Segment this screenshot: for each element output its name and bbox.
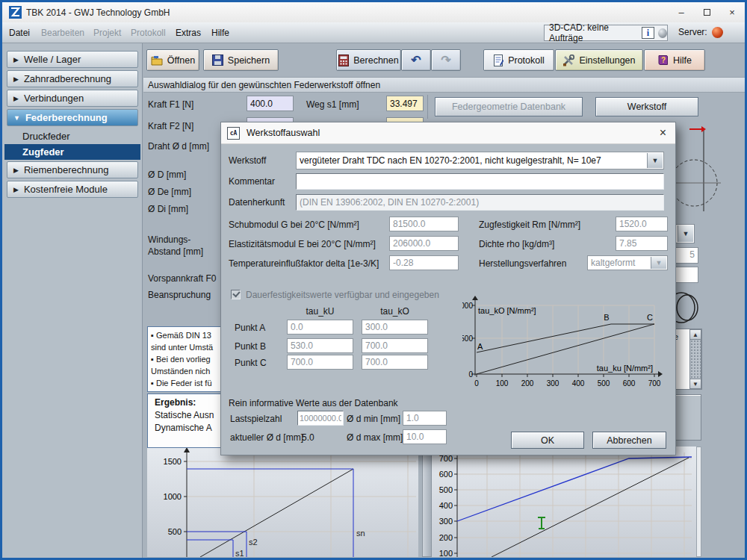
server-status-led-icon [712, 27, 723, 38]
dauerfestigkeit-checkbox [231, 290, 241, 299]
kommentar-input[interactable] [296, 173, 664, 190]
help-book-icon: ? [657, 55, 669, 66]
col-header-tau-ko: tau_kO [362, 306, 428, 317]
werkstoff-dropdown[interactable]: vergüteter Draht TDC nach EN 10270-2:200… [296, 152, 664, 169]
app-window: TBK 2014 - GWJ Technology GmbH – × Datei… [0, 0, 747, 560]
aktueller-d-value: 5.0 [302, 432, 314, 443]
sidebar-item-zugfeder[interactable]: Zugfeder [4, 144, 140, 160]
punkt-a-tau-ko-field[interactable] [362, 320, 428, 335]
svg-text:600: 600 [623, 379, 636, 388]
svg-text:0: 0 [468, 370, 473, 379]
label-dichte: Dichte rho [kg/dm³] [479, 239, 554, 249]
temperaturfaktor-field[interactable] [389, 255, 459, 270]
info-button[interactable]: i [642, 27, 654, 39]
sidebar-item-verbindungen[interactable]: ▶ Verbindungen [7, 90, 138, 107]
calculate-button[interactable]: Berechnen [336, 49, 401, 71]
punkt-c-tau-ku-field[interactable] [287, 355, 353, 370]
cad-status-led-icon [658, 28, 667, 38]
toolbar-divider [427, 95, 428, 119]
save-button[interactable]: Speichern [203, 49, 279, 71]
schubmodul-field[interactable] [389, 217, 459, 231]
label-kraft-f2: Kraft F2 [N] [148, 121, 193, 131]
svg-text:300: 300 [547, 379, 560, 388]
kraft-f1-input[interactable] [247, 96, 294, 111]
app-icon [9, 6, 22, 19]
dialog-title: Werkstoffauswahl [247, 128, 320, 138]
dichte-field[interactable] [616, 236, 668, 251]
chart-splitter[interactable] [422, 447, 432, 557]
open-button[interactable]: Öffnen [146, 49, 199, 71]
label-beanspruchung: Beanspruchung [148, 290, 211, 300]
sidebar-item-zahnradberechnung[interactable]: ▶ Zahnradberechnung [7, 70, 138, 87]
close-button[interactable]: × [719, 7, 745, 18]
scrollbar-thumb[interactable] [689, 340, 701, 379]
datenherkunft-output [296, 194, 664, 211]
menu-extras[interactable]: Extras [176, 28, 201, 38]
label-datenherkunft: Datenherkunft [229, 197, 285, 208]
dialog-close-icon[interactable]: × [660, 126, 666, 140]
d-min-field[interactable] [403, 411, 447, 426]
window-border-left [0, 0, 2, 560]
d-max-field[interactable] [403, 429, 447, 444]
sidebar-item-federberechnung[interactable]: ▼ Federberechnung [7, 109, 138, 126]
info-values-title: Rein informative Werte aus der Datenbank [229, 398, 398, 408]
cad-status-box: 3D-CAD: keine Aufträge i [544, 25, 668, 41]
label-kommentar: Kommentar [229, 176, 275, 187]
scroll-down-icon[interactable]: ▼ [689, 379, 701, 389]
protocol-button[interactable]: Protokoll [483, 49, 554, 71]
svg-text:600: 600 [439, 470, 453, 479]
collapsed-arrow-icon: ▶ [13, 167, 19, 174]
ok-button[interactable]: OK [511, 432, 584, 449]
punkt-b-tau-ku-field[interactable] [287, 338, 353, 353]
label-temperaturfaktor: Temperatureinflußfaktor delta [1e-3/K] [229, 258, 379, 269]
cancel-button[interactable]: Abbrechen [592, 432, 666, 449]
label-windungs: Windungs- [148, 234, 190, 245]
listbox-scrollbar[interactable]: ▲ ▼ [689, 329, 701, 389]
chevron-down-icon[interactable]: ▼ [647, 153, 663, 168]
svg-text:?: ? [661, 56, 666, 64]
minimize-button[interactable]: – [669, 7, 694, 18]
svg-text:tau_ku [N/mm²]: tau_ku [N/mm²] [597, 364, 653, 373]
sidebar-item-druckfeder[interactable]: Druckfeder [4, 128, 140, 144]
sidebar-item-welle-lager[interactable]: ▶ Welle / Lager [7, 51, 138, 68]
title-bar: TBK 2014 - GWJ Technology GmbH – × [2, 2, 745, 22]
label-weg-s1: Weg s1 [mm] [306, 99, 359, 110]
maximize-button[interactable] [694, 7, 719, 18]
menu-datei[interactable]: Datei [9, 28, 30, 38]
scroll-up-icon[interactable]: ▲ [689, 329, 701, 340]
punkt-b-tau-ko-field[interactable] [362, 338, 428, 353]
undo-icon: ↶ [411, 55, 421, 66]
label-lastspielzahl: Lastspielzahl [230, 414, 282, 424]
help-button[interactable]: ? Hilfe [644, 49, 705, 71]
settings-button[interactable]: Einstellungen [555, 49, 643, 71]
federgeometrie-datenbank-button: Federgeometrie Datenbank [435, 97, 583, 116]
svg-text:1000: 1000 [164, 492, 182, 501]
svg-text:s1: s1 [235, 549, 244, 557]
svg-text:400: 400 [572, 379, 585, 388]
sidebar-item-riemenberechnung[interactable]: ▶ Riemenberechnung [7, 161, 138, 178]
label-vorspannkraft: Vorspannkraft F0 [148, 273, 216, 284]
save-disk-icon [212, 55, 223, 66]
undo-button[interactable]: ↶ [401, 49, 431, 71]
redo-button: ↷ [431, 49, 461, 71]
punkt-a-tau-ku-field[interactable] [287, 320, 353, 335]
collapsed-arrow-icon: ▶ [13, 56, 19, 63]
label-draht-d: Draht Ø d [mm] [148, 141, 209, 152]
werkstoff-button[interactable]: Werkstoff [595, 97, 698, 116]
sidebar-item-kostenfreie-module[interactable]: ▶ Kostenfreie Module [7, 181, 138, 198]
punkt-c-tau-ko-field[interactable] [362, 355, 428, 370]
label-dauerfestigkeit: Dauerfestigkeitswerte verfügbar und eing… [246, 290, 439, 300]
svg-text:B: B [604, 313, 609, 322]
menu-hilfe[interactable]: Hilfe [211, 28, 229, 38]
chevron-down-icon[interactable]: ▼ [678, 225, 693, 242]
cad-status-text: 3D-CAD: keine Aufträge [549, 22, 638, 43]
zugfestigkeit-field[interactable] [616, 217, 668, 231]
svg-text:300: 300 [439, 517, 453, 526]
label-di: Ø Di [mm] [148, 204, 188, 214]
chevron-down-icon: ▼ [651, 257, 666, 269]
svg-text:tau_kO [N/mm²]: tau_kO [N/mm²] [478, 306, 536, 315]
label-schubmodul: Schubmodul G bei 20°C [N/mm²] [229, 220, 359, 230]
svg-text:500: 500 [598, 379, 610, 388]
emodul-field[interactable] [389, 236, 459, 251]
label-d-min: Ø d min [mm] [347, 414, 400, 424]
